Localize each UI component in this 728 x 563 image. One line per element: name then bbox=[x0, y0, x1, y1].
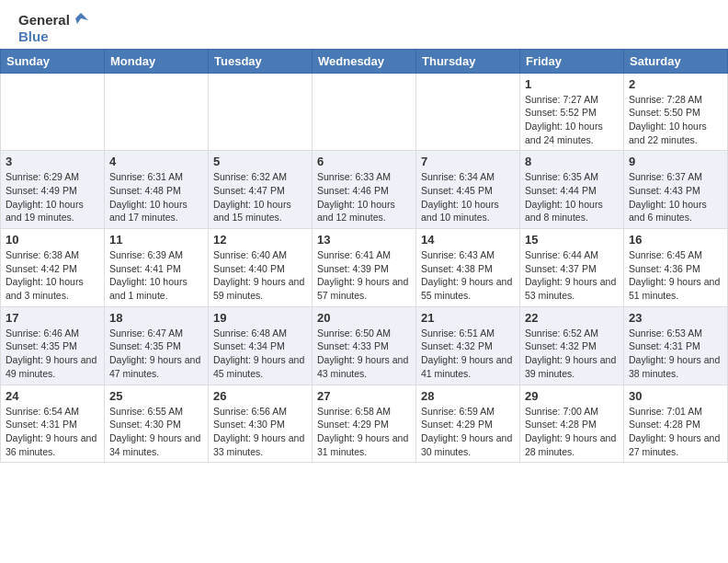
calendar-cell: 8Sunrise: 6:35 AM Sunset: 4:44 PM Daylig… bbox=[520, 151, 624, 229]
calendar-cell: 7Sunrise: 6:34 AM Sunset: 4:45 PM Daylig… bbox=[416, 151, 520, 229]
day-number: 26 bbox=[213, 389, 307, 403]
page-header: General Blue bbox=[0, 0, 728, 49]
calendar-cell bbox=[1, 73, 105, 151]
calendar-cell bbox=[209, 73, 313, 151]
day-number: 28 bbox=[421, 389, 515, 403]
calendar-cell: 27Sunrise: 6:58 AM Sunset: 4:29 PM Dayli… bbox=[313, 385, 416, 463]
day-info: Sunrise: 6:46 AM Sunset: 4:35 PM Dayligh… bbox=[6, 327, 99, 381]
day-number: 25 bbox=[109, 389, 203, 403]
calendar-cell: 9Sunrise: 6:37 AM Sunset: 4:43 PM Daylig… bbox=[624, 151, 728, 229]
calendar-cell: 29Sunrise: 7:00 AM Sunset: 4:28 PM Dayli… bbox=[520, 385, 624, 463]
day-info: Sunrise: 7:00 AM Sunset: 4:28 PM Dayligh… bbox=[525, 405, 619, 459]
calendar-cell: 13Sunrise: 6:41 AM Sunset: 4:39 PM Dayli… bbox=[313, 229, 416, 307]
calendar-cell: 30Sunrise: 7:01 AM Sunset: 4:28 PM Dayli… bbox=[624, 385, 728, 463]
day-number: 2 bbox=[629, 77, 722, 91]
day-info: Sunrise: 6:45 AM Sunset: 4:36 PM Dayligh… bbox=[629, 248, 722, 303]
day-header-saturday: Saturday bbox=[624, 49, 728, 73]
day-info: Sunrise: 7:28 AM Sunset: 5:50 PM Dayligh… bbox=[629, 93, 722, 147]
day-number: 10 bbox=[6, 233, 99, 247]
day-number: 24 bbox=[6, 389, 99, 403]
day-info: Sunrise: 6:53 AM Sunset: 4:31 PM Dayligh… bbox=[629, 327, 722, 381]
calendar-cell: 15Sunrise: 6:44 AM Sunset: 4:37 PM Dayli… bbox=[520, 229, 624, 307]
day-number: 21 bbox=[421, 311, 515, 325]
day-number: 14 bbox=[421, 233, 515, 247]
day-info: Sunrise: 6:48 AM Sunset: 4:34 PM Dayligh… bbox=[213, 327, 307, 381]
day-number: 23 bbox=[629, 311, 722, 325]
day-number: 13 bbox=[317, 233, 411, 247]
calendar-cell: 22Sunrise: 6:52 AM Sunset: 4:32 PM Dayli… bbox=[520, 306, 624, 385]
day-info: Sunrise: 6:52 AM Sunset: 4:32 PM Dayligh… bbox=[525, 327, 619, 381]
day-info: Sunrise: 6:47 AM Sunset: 4:35 PM Dayligh… bbox=[109, 327, 203, 381]
calendar-cell bbox=[416, 73, 520, 151]
day-info: Sunrise: 6:37 AM Sunset: 4:43 PM Dayligh… bbox=[629, 170, 722, 224]
day-info: Sunrise: 7:27 AM Sunset: 5:52 PM Dayligh… bbox=[525, 93, 619, 147]
day-number: 22 bbox=[525, 311, 619, 325]
day-number: 18 bbox=[109, 311, 203, 325]
logo-general: General bbox=[18, 13, 70, 29]
calendar-cell: 17Sunrise: 6:46 AM Sunset: 4:35 PM Dayli… bbox=[1, 306, 105, 385]
day-info: Sunrise: 6:35 AM Sunset: 4:44 PM Dayligh… bbox=[525, 170, 619, 224]
day-header-wednesday: Wednesday bbox=[313, 49, 416, 73]
day-number: 4 bbox=[109, 155, 203, 168]
calendar-cell: 1Sunrise: 7:27 AM Sunset: 5:52 PM Daylig… bbox=[520, 73, 624, 151]
day-info: Sunrise: 6:51 AM Sunset: 4:32 PM Dayligh… bbox=[421, 327, 515, 381]
day-info: Sunrise: 6:59 AM Sunset: 4:29 PM Dayligh… bbox=[421, 405, 515, 459]
day-info: Sunrise: 6:38 AM Sunset: 4:42 PM Dayligh… bbox=[6, 248, 99, 303]
calendar-cell: 4Sunrise: 6:31 AM Sunset: 4:48 PM Daylig… bbox=[105, 151, 209, 229]
day-info: Sunrise: 6:33 AM Sunset: 4:46 PM Dayligh… bbox=[317, 170, 411, 224]
day-number: 9 bbox=[629, 155, 722, 168]
day-info: Sunrise: 6:39 AM Sunset: 4:41 PM Dayligh… bbox=[109, 248, 203, 303]
svg-marker-0 bbox=[75, 13, 88, 24]
day-info: Sunrise: 6:44 AM Sunset: 4:37 PM Dayligh… bbox=[525, 248, 619, 303]
day-number: 6 bbox=[317, 155, 411, 168]
calendar-table: SundayMondayTuesdayWednesdayThursdayFrid… bbox=[0, 49, 728, 464]
day-header-friday: Friday bbox=[520, 49, 624, 73]
logo: General Blue bbox=[18, 11, 90, 45]
day-info: Sunrise: 7:01 AM Sunset: 4:28 PM Dayligh… bbox=[629, 405, 722, 459]
calendar-week-3: 10Sunrise: 6:38 AM Sunset: 4:42 PM Dayli… bbox=[1, 229, 728, 307]
day-header-sunday: Sunday bbox=[1, 49, 105, 73]
day-info: Sunrise: 6:34 AM Sunset: 4:45 PM Dayligh… bbox=[421, 170, 515, 224]
day-number: 17 bbox=[6, 311, 99, 325]
day-header-tuesday: Tuesday bbox=[209, 49, 313, 73]
calendar-cell: 3Sunrise: 6:29 AM Sunset: 4:49 PM Daylig… bbox=[1, 151, 105, 229]
day-number: 3 bbox=[6, 155, 99, 168]
day-number: 11 bbox=[109, 233, 203, 247]
calendar-cell: 10Sunrise: 6:38 AM Sunset: 4:42 PM Dayli… bbox=[1, 229, 105, 307]
day-number: 16 bbox=[629, 233, 722, 247]
calendar-week-4: 17Sunrise: 6:46 AM Sunset: 4:35 PM Dayli… bbox=[1, 306, 728, 385]
day-info: Sunrise: 6:54 AM Sunset: 4:31 PM Dayligh… bbox=[6, 405, 99, 459]
logo-blue: Blue bbox=[18, 29, 90, 45]
day-info: Sunrise: 6:55 AM Sunset: 4:30 PM Dayligh… bbox=[109, 405, 203, 459]
day-number: 29 bbox=[525, 389, 619, 403]
day-number: 1 bbox=[525, 77, 619, 91]
day-info: Sunrise: 6:29 AM Sunset: 4:49 PM Dayligh… bbox=[6, 170, 99, 224]
day-info: Sunrise: 6:40 AM Sunset: 4:40 PM Dayligh… bbox=[213, 248, 307, 303]
calendar-week-5: 24Sunrise: 6:54 AM Sunset: 4:31 PM Dayli… bbox=[1, 385, 728, 463]
calendar-week-2: 3Sunrise: 6:29 AM Sunset: 4:49 PM Daylig… bbox=[1, 151, 728, 229]
day-number: 20 bbox=[317, 311, 411, 325]
calendar-cell bbox=[105, 73, 209, 151]
calendar-cell: 19Sunrise: 6:48 AM Sunset: 4:34 PM Dayli… bbox=[209, 306, 313, 385]
day-info: Sunrise: 6:58 AM Sunset: 4:29 PM Dayligh… bbox=[317, 405, 411, 459]
calendar-cell: 5Sunrise: 6:32 AM Sunset: 4:47 PM Daylig… bbox=[209, 151, 313, 229]
day-info: Sunrise: 6:43 AM Sunset: 4:38 PM Dayligh… bbox=[421, 248, 515, 303]
calendar-cell: 21Sunrise: 6:51 AM Sunset: 4:32 PM Dayli… bbox=[416, 306, 520, 385]
day-number: 8 bbox=[525, 155, 619, 168]
calendar-cell: 26Sunrise: 6:56 AM Sunset: 4:30 PM Dayli… bbox=[209, 385, 313, 463]
day-number: 5 bbox=[213, 155, 307, 168]
calendar-cell bbox=[313, 73, 416, 151]
day-info: Sunrise: 6:50 AM Sunset: 4:33 PM Dayligh… bbox=[317, 327, 411, 381]
day-number: 27 bbox=[317, 389, 411, 403]
day-number: 19 bbox=[213, 311, 307, 325]
calendar-cell: 6Sunrise: 6:33 AM Sunset: 4:46 PM Daylig… bbox=[313, 151, 416, 229]
calendar-cell: 28Sunrise: 6:59 AM Sunset: 4:29 PM Dayli… bbox=[416, 385, 520, 463]
day-info: Sunrise: 6:32 AM Sunset: 4:47 PM Dayligh… bbox=[213, 170, 307, 224]
calendar-week-1: 1Sunrise: 7:27 AM Sunset: 5:52 PM Daylig… bbox=[1, 73, 728, 151]
calendar-cell: 2Sunrise: 7:28 AM Sunset: 5:50 PM Daylig… bbox=[624, 73, 728, 151]
calendar-cell: 25Sunrise: 6:55 AM Sunset: 4:30 PM Dayli… bbox=[105, 385, 209, 463]
day-number: 30 bbox=[629, 389, 722, 403]
calendar-cell: 23Sunrise: 6:53 AM Sunset: 4:31 PM Dayli… bbox=[624, 306, 728, 385]
calendar-cell: 12Sunrise: 6:40 AM Sunset: 4:40 PM Dayli… bbox=[209, 229, 313, 307]
logo-bird-icon bbox=[72, 11, 90, 29]
